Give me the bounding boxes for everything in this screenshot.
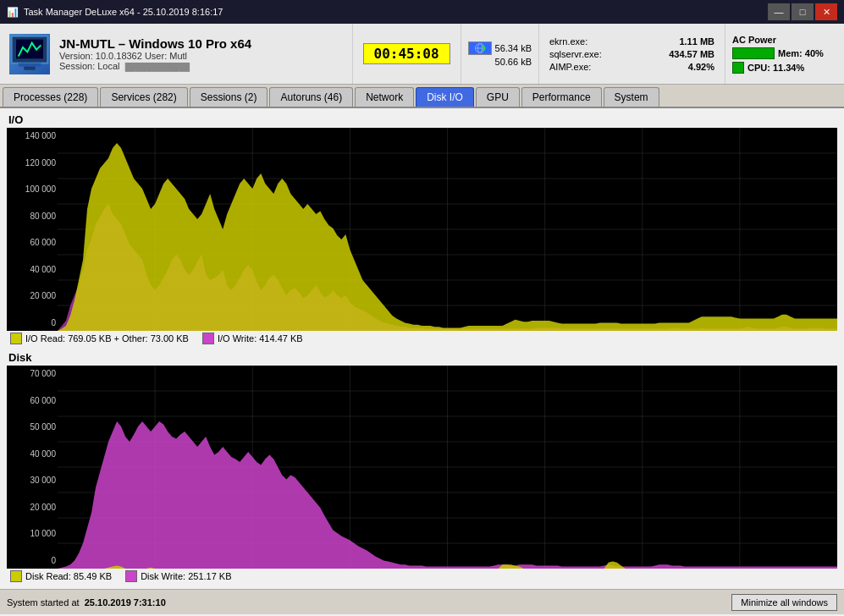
proc-row-1: sqlservr.exe: 434.57 MB [549,49,714,59]
svg-rect-3 [24,66,35,69]
io-write-legend: I/O Write: 414.47 KB [202,333,303,344]
cpu-row: CPU: 11.34% [732,62,837,74]
app-session: Session: Local ████████████ [59,61,352,71]
power-label: AC Power [732,35,792,45]
proc-name-0: ekrn.exe: [549,36,587,47]
traffic-up-value: 56.34 kB [495,43,532,53]
disk-write-label: Disk Write: 251.17 KB [141,571,231,581]
titlebar-title: Task Manager DeLuxe x64 - 25.10.2019 8:1… [24,7,223,17]
io-read-legend: I/O Read: 769.05 KB + Other: 73.00 KB [10,333,189,344]
timer-display: 00:45:08 [363,43,450,64]
network-icon [468,41,492,55]
titlebar-left: 📊 Task Manager DeLuxe x64 - 25.10.2019 8… [7,7,223,18]
power-row: AC Power [732,35,837,45]
io-chart-legend: I/O Read: 769.05 KB + Other: 73.00 KB I/… [7,331,837,346]
io-chart-canvas [58,128,837,331]
disk-write-legend: Disk Write: 251.17 KB [125,570,231,582]
disk-read-color [10,570,22,582]
traffic-block: 56.34 kB 50.66 kB [461,24,538,84]
tab-processes[interactable]: Processes (228) [3,87,98,107]
disk-chart-section: Disk 70 000 60 000 50 000 40 000 30 000 … [7,351,837,584]
io-write-color [202,333,214,344]
app-logo [9,34,50,74]
mem-row: Mem: 40% [732,47,837,59]
cpu-label: CPU: 11.34% [747,63,807,73]
proc-val-0: 1.11 MB [679,36,714,47]
disk-read-legend: Disk Read: 85.49 KB [10,570,112,582]
app-info: JN-MUTL – Windows 10 Pro x64 Version: 10… [59,24,352,84]
tab-diskio[interactable]: Disk I/O [416,87,474,107]
statusbar: System started at 25.10.2019 7:31:10 Min… [0,589,844,614]
tab-network[interactable]: Network [355,87,414,107]
proc-name-2: AIMP.exe: [549,62,591,72]
disk-chart-container: 70 000 60 000 50 000 40 000 30 000 20 00… [7,366,837,569]
minimize-all-button[interactable]: Minimize all windows [731,594,837,611]
svg-rect-2 [19,63,41,66]
proc-name-1: sqlservr.exe: [549,49,602,59]
tab-services[interactable]: Services (282) [100,87,187,107]
io-read-color [10,333,22,344]
io-y-axis: 140 000 120 000 100 000 80 000 60 000 40… [7,128,58,331]
titlebar-controls: — □ ✕ [768,3,837,20]
disk-chart-legend: Disk Read: 85.49 KB Disk Write: 251.17 K… [7,569,837,584]
tab-sessions[interactable]: Sessions (2) [190,87,268,107]
mem-label: Mem: 40% [778,48,837,58]
io-chart-container: 140 000 120 000 100 000 80 000 60 000 40… [7,128,837,331]
tab-bar: Processes (228) Services (282) Sessions … [0,85,844,108]
disk-chart-canvas [58,366,837,569]
statusbar-datetime: 25.10.2019 7:31:10 [85,597,166,608]
tab-system[interactable]: System [604,87,659,107]
disk-write-color [125,570,137,582]
proc-row-2: AIMP.exe: 4.92% [549,62,714,72]
io-chart-section: I/O 140 000 120 000 100 000 80 000 60 00… [7,113,837,346]
mem-bar [732,47,775,59]
close-button[interactable]: ✕ [815,3,837,20]
status-area: 00:45:08 56.34 kB 50.66 kB [352,24,844,84]
titlebar: 📊 Task Manager DeLuxe x64 - 25.10.2019 8… [0,0,844,24]
maximize-button[interactable]: □ [792,3,814,20]
io-write-label: I/O Write: 414.47 KB [218,333,303,344]
traffic-down-row: 50.66 kB [468,57,532,67]
statusbar-text: System started at 25.10.2019 7:31:10 [7,597,166,608]
disk-y-axis: 70 000 60 000 50 000 40 000 30 000 20 00… [7,366,58,569]
traffic-down-value: 50.66 kB [495,57,532,67]
app-version: Version: 10.0.18362 User: Mutl [59,51,352,61]
app-icon: 📊 [7,7,19,18]
statusbar-prefix: System started at [7,597,80,608]
header: JN-MUTL – Windows 10 Pro x64 Version: 10… [0,24,844,85]
tab-autoruns[interactable]: Autoruns (46) [269,87,353,107]
io-chart-title: I/O [7,113,837,126]
cpu-bar [732,62,744,74]
app-title: JN-MUTL – Windows 10 Pro x64 [59,36,352,51]
traffic-up-row: 56.34 kB [468,41,532,55]
minimize-button[interactable]: — [768,3,790,20]
disk-chart-title: Disk [7,351,837,364]
tab-performance[interactable]: Performance [521,87,602,107]
proc-val-2: 4.92% [688,62,714,72]
app-icon-area [0,24,59,84]
main-content: I/O 140 000 120 000 100 000 80 000 60 00… [0,108,844,589]
tab-gpu[interactable]: GPU [476,87,520,107]
disk-read-label: Disk Read: 85.49 KB [25,571,112,581]
io-read-label: I/O Read: 769.05 KB + Other: 73.00 KB [25,333,189,344]
proc-row-0: ekrn.exe: 1.11 MB [549,36,714,47]
timer-block: 00:45:08 [352,24,461,84]
proc-info-block: ekrn.exe: 1.11 MB sqlservr.exe: 434.57 M… [538,24,725,84]
power-mem-block: AC Power Mem: 40% CPU: 11.34% [725,24,844,84]
proc-val-1: 434.57 MB [669,49,714,59]
